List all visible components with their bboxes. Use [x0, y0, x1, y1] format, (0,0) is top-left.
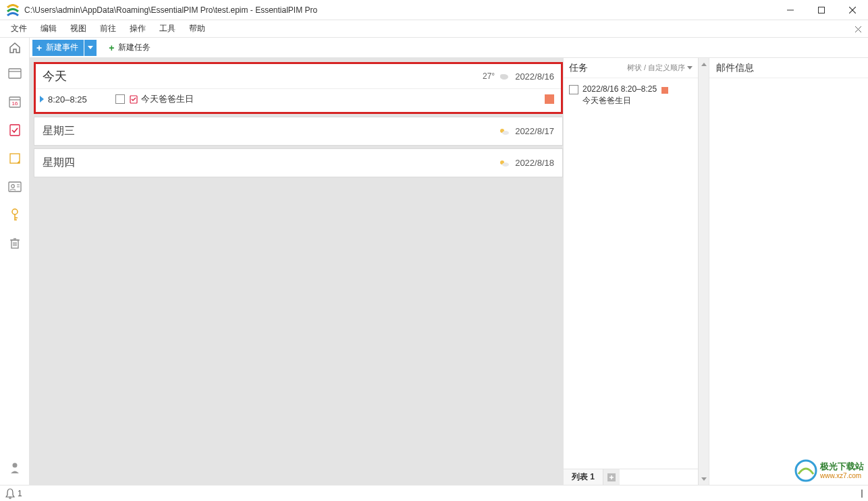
day-title: 星期四 [43, 156, 499, 170]
tasks-header: 任务 树状 / 自定义顺序 [564, 58, 698, 78]
sidebar-calendar[interactable]: 16 [4, 90, 26, 113]
window-title: C:\Users\admin\AppData\Roaming\Essential… [24, 5, 775, 15]
sidebar-tasks[interactable] [4, 119, 26, 142]
svg-rect-1 [819, 7, 825, 13]
today-card[interactable]: 今天 27° 2022/8/16 8:20–8:25 今天爸爸生日 [34, 62, 563, 114]
menubar: 文件 编辑 视图 前往 操作 工具 帮助 [0, 20, 868, 38]
tasks-scrollbar[interactable] [698, 58, 709, 485]
watermark-icon [794, 459, 817, 482]
today-header: 今天 27° 2022/8/16 [36, 64, 561, 89]
sidebar-user[interactable] [4, 456, 26, 479]
task-category-color [661, 87, 668, 94]
new-event-dropdown[interactable] [84, 40, 97, 56]
menu-edit[interactable]: 编辑 [34, 20, 63, 37]
sidebar: 16 [0, 58, 30, 485]
watermark-line2: www.xz7.com [820, 472, 864, 479]
today-temperature: 27° [483, 71, 495, 81]
mail-body: 极光下载站 www.xz7.com [709, 78, 868, 485]
watermark-line1: 极光下载站 [820, 462, 864, 471]
sidebar-contacts[interactable] [4, 175, 26, 198]
scroll-down-icon[interactable] [699, 474, 709, 483]
svg-point-32 [502, 131, 509, 135]
app-icon [5, 3, 20, 18]
mail-panel: 邮件信息 极光下载站 www.xz7.com [709, 58, 868, 485]
menu-actions[interactable]: 操作 [123, 20, 153, 37]
content-area: 今天 27° 2022/8/16 8:20–8:25 今天爸爸生日 星期三 [30, 58, 868, 485]
sidebar-today[interactable] [4, 62, 26, 85]
menu-view[interactable]: 视图 [63, 20, 93, 37]
svg-rect-12 [10, 154, 20, 163]
event-category-color [545, 94, 554, 104]
maximize-button[interactable] [806, 0, 837, 20]
svg-point-17 [12, 209, 18, 214]
partly-cloudy-icon [499, 127, 510, 136]
svg-point-38 [796, 461, 816, 481]
tasks-sort-dropdown[interactable]: 树状 / 自定义顺序 [627, 63, 693, 73]
event-marker-icon [40, 96, 44, 102]
notifications-button[interactable]: 1 [5, 488, 22, 499]
new-event-button[interactable]: + 新建事件 [32, 40, 84, 56]
minimize-button[interactable] [775, 0, 806, 20]
partly-cloudy-icon [499, 159, 510, 167]
tasks-list: 2022/8/16 8:20–8:25 今天爸爸生日 [564, 78, 698, 469]
event-row[interactable]: 8:20–8:25 今天爸爸生日 [36, 89, 561, 112]
day-date: 2022/8/17 [515, 126, 554, 136]
svg-rect-11 [10, 125, 20, 136]
svg-point-27 [12, 463, 17, 468]
sidebar-home[interactable] [0, 38, 30, 58]
task-item[interactable]: 2022/8/16 8:20–8:25 今天爸爸生日 [568, 82, 694, 108]
toolbar: + 新建事件 + 新建任务 [0, 38, 868, 58]
notifications-count: 1 [18, 489, 22, 498]
today-date: 2022/8/16 [515, 71, 554, 82]
event-checkbox[interactable] [115, 94, 125, 104]
task-checkbox[interactable] [569, 85, 578, 94]
tasks-sort-label: 树状 / 自定义顺序 [627, 63, 685, 73]
titlebar: C:\Users\admin\AppData\Roaming\Essential… [0, 0, 868, 20]
tasks-tab-label: 列表 1 [572, 471, 595, 483]
today-title: 今天 [43, 68, 483, 84]
tasks-panel: 任务 树状 / 自定义顺序 2022/8/16 8:20–8:25 今天爸爸生日 [563, 58, 698, 485]
menubar-close-icon[interactable] [852, 23, 864, 35]
task-text: 2022/8/16 8:20–8:25 今天爸爸生日 [582, 84, 694, 107]
sidebar-passwords[interactable] [4, 204, 26, 227]
sidebar-notes[interactable] [4, 147, 26, 170]
svg-point-29 [500, 74, 504, 78]
svg-rect-6 [9, 69, 21, 78]
main: 16 今天 27° [0, 58, 868, 485]
reminder-icon [129, 94, 138, 104]
mail-title: 邮件信息 [709, 58, 868, 78]
scroll-up-icon[interactable] [699, 59, 709, 69]
event-text: 今天爸爸生日 [141, 93, 545, 105]
menu-tools[interactable]: 工具 [153, 20, 182, 37]
plus-icon: + [109, 42, 114, 53]
svg-point-14 [11, 185, 14, 188]
svg-point-39 [9, 497, 11, 499]
day-card[interactable]: 星期三 2022/8/17 [34, 117, 563, 146]
statusbar: 1 [0, 485, 868, 501]
calendar-column: 今天 27° 2022/8/16 8:20–8:25 今天爸爸生日 星期三 [30, 58, 563, 485]
resize-grip[interactable] [861, 490, 863, 498]
event-time: 8:20–8:25 [48, 94, 115, 105]
day-title: 星期三 [43, 124, 499, 138]
close-button[interactable] [837, 0, 868, 20]
sidebar-trash[interactable] [4, 232, 26, 255]
new-task-button[interactable]: + 新建任务 [103, 40, 157, 56]
tasks-tabs: 列表 1 [564, 469, 698, 485]
day-card[interactable]: 星期四 2022/8/18 [34, 148, 563, 177]
watermark: 极光下载站 www.xz7.com [794, 459, 864, 482]
new-event-label: 新建事件 [46, 42, 78, 53]
cloud-icon [499, 72, 510, 80]
menu-file[interactable]: 文件 [4, 20, 34, 37]
menu-help[interactable]: 帮助 [182, 20, 212, 37]
svg-point-34 [502, 163, 509, 167]
plus-icon: + [36, 42, 42, 53]
new-task-label: 新建任务 [118, 42, 151, 53]
tasks-add-tab[interactable] [603, 469, 620, 485]
menu-goto[interactable]: 前往 [93, 20, 123, 37]
day-date: 2022/8/18 [515, 158, 554, 168]
svg-text:16: 16 [11, 100, 18, 107]
tasks-title: 任务 [569, 62, 627, 74]
tasks-tab[interactable]: 列表 1 [564, 469, 603, 485]
